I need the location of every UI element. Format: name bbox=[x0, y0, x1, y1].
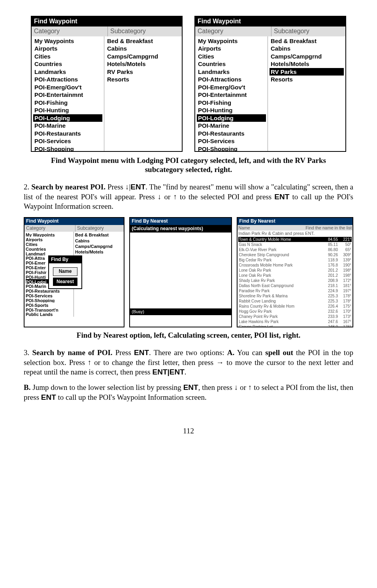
poi-distance: 233.9 bbox=[324, 314, 338, 319]
list-item[interactable]: RV Parks bbox=[270, 68, 344, 76]
result-row[interactable]: Dallas North East Campground218.1181° bbox=[238, 283, 352, 288]
list-item[interactable]: Countries bbox=[197, 60, 266, 68]
list-item[interactable]: POI-Fishing bbox=[33, 99, 102, 107]
list-item[interactable]: Hotels/Motels bbox=[75, 249, 123, 255]
result-row[interactable]: Shady Lake Rv Park208.9172° bbox=[238, 278, 352, 283]
list-item[interactable]: POI-Marine bbox=[33, 122, 102, 130]
list-item[interactable]: POI-Lodging bbox=[33, 114, 102, 122]
list-item[interactable]: POI-Transport'n bbox=[26, 307, 72, 312]
result-row[interactable]: Lone Oak Rv Park201.2198° bbox=[238, 268, 352, 273]
list-item[interactable]: POI-Sports bbox=[26, 303, 72, 307]
list-item[interactable]: POI-Fishing bbox=[197, 99, 266, 107]
result-row[interactable]: Cherokee Strip Campground90.26309° bbox=[238, 252, 352, 257]
poi-bearing: 176° bbox=[339, 324, 351, 327]
list-item[interactable]: POI-Shopping bbox=[26, 298, 72, 303]
list-item[interactable]: POI-Shopping bbox=[33, 145, 102, 151]
result-row[interactable]: Groves Parking Lot248.0176° bbox=[238, 324, 352, 327]
result-row[interactable]: Rains County Rv & Mobile Hom226.4175° bbox=[238, 304, 352, 309]
list-item[interactable]: POI-Entertainmnt bbox=[33, 91, 102, 99]
list-item[interactable]: Hotels/Motels bbox=[270, 60, 344, 68]
list-item[interactable]: Cities bbox=[33, 53, 102, 61]
subcategory-list[interactable]: Bed & BreakfastCabinsCamps/CampgrndHotel… bbox=[104, 36, 182, 151]
step-title: Search by nearest POI. bbox=[31, 183, 106, 191]
result-row[interactable]: Chaney Point Rv Park233.9173° bbox=[238, 314, 352, 319]
list-item[interactable]: Cabins bbox=[75, 238, 123, 244]
result-row[interactable]: Big Cedar Rv Park118.9139° bbox=[238, 257, 352, 263]
list-item[interactable]: POI-Shopping bbox=[197, 145, 266, 151]
list-item[interactable]: Bed & Breakfast bbox=[270, 37, 344, 45]
list-item[interactable]: Camps/Campgrnd bbox=[75, 244, 123, 249]
list-item[interactable]: POI-Services bbox=[197, 137, 266, 145]
list-item[interactable]: Bed & Breakfast bbox=[75, 232, 123, 238]
list-item[interactable]: Resorts bbox=[106, 76, 180, 83]
category-list[interactable]: My WaypointsAirportsCitiesCountriesLandm… bbox=[195, 36, 268, 151]
name-button[interactable]: Name bbox=[53, 267, 77, 276]
result-row[interactable]: Lone Oak Rv Park201.2198° bbox=[238, 273, 352, 278]
result-row[interactable]: Gas N Snack85.1150° bbox=[238, 242, 352, 247]
result-row[interactable]: Crossroads Mobile Home Park176.8190° bbox=[238, 263, 352, 268]
result-row[interactable]: Paradise Rv Park224.9197° bbox=[238, 288, 352, 293]
list-item[interactable]: POI-Hunting bbox=[33, 106, 102, 114]
list-item[interactable]: RV Parks bbox=[106, 68, 180, 76]
list-item[interactable]: POI-Lodging bbox=[197, 114, 266, 122]
category-list[interactable]: My WaypointsAirportsCitiesCountriesLandm… bbox=[32, 36, 104, 151]
result-row[interactable]: Town & Country Mobile Home84.55221° bbox=[238, 237, 352, 242]
list-item[interactable]: POI-Hunting bbox=[197, 106, 266, 114]
list-item[interactable]: Hotels/Motels bbox=[106, 60, 180, 68]
list-item[interactable]: My Waypoints bbox=[26, 232, 72, 237]
list-item[interactable]: Cabins bbox=[106, 45, 180, 53]
list-item[interactable]: POI-Attractions bbox=[33, 76, 102, 83]
list-item[interactable]: Camps/Campgrnd bbox=[270, 53, 344, 61]
option-b-text: B. Jump down to the lower selection list… bbox=[24, 383, 353, 402]
list-item[interactable]: POI-Attractions bbox=[197, 76, 266, 83]
result-row[interactable]: Elk-O-Vue River Park86.8065° bbox=[238, 247, 352, 252]
poi-bearing: 139° bbox=[339, 257, 351, 263]
result-row[interactable]: Hogg Gov Rv Park232.6170° bbox=[238, 309, 352, 314]
list-item[interactable]: Bed & Breakfast bbox=[106, 37, 180, 45]
list-item[interactable]: Cabins bbox=[270, 45, 344, 53]
list-item[interactable]: POI-Services bbox=[26, 293, 72, 298]
list-item[interactable]: Camps/Campgrnd bbox=[106, 53, 180, 61]
list-item[interactable]: POI-Restaurants bbox=[197, 130, 266, 138]
poi-name: Gas N Snack bbox=[239, 242, 322, 247]
list-item[interactable]: Airports bbox=[33, 45, 102, 53]
poi-bearing: 65° bbox=[339, 247, 351, 252]
subcategory-list[interactable]: Bed & BreakfastCabinsCamps/CampgrndHotel… bbox=[268, 36, 345, 151]
result-row[interactable]: Rabbit Cove Landing225.3178° bbox=[238, 299, 352, 304]
list-item[interactable]: POI-Emerg/Gov't bbox=[197, 83, 266, 91]
nearest-button[interactable]: Nearest bbox=[53, 278, 77, 286]
list-item[interactable]: Airports bbox=[197, 45, 266, 53]
poi-distance: 232.6 bbox=[324, 309, 338, 314]
poi-distance: 247.6 bbox=[324, 319, 338, 324]
poi-name: Lone Oak Rv Park bbox=[239, 268, 322, 273]
list-item[interactable]: Cities bbox=[26, 242, 72, 246]
list-item[interactable]: POI-Emerg/Gov't bbox=[33, 83, 102, 91]
list-item[interactable]: Public Lands bbox=[26, 312, 72, 316]
list-item[interactable]: My Waypoints bbox=[33, 37, 102, 45]
poi-name: Rabbit Cove Landing bbox=[239, 299, 322, 304]
result-row[interactable]: Shoreline Rv Park & Marina225.3178° bbox=[238, 293, 352, 299]
list-item[interactable]: POI-Restaurants bbox=[33, 130, 102, 138]
panel-title: Find By Nearest bbox=[238, 218, 352, 225]
results-header: Name Find the name in the list bbox=[238, 225, 352, 231]
list-item[interactable]: Landmarl bbox=[26, 251, 72, 256]
poi-distance: 85.11 bbox=[324, 242, 338, 247]
column-headers: Category Subcategory bbox=[25, 225, 124, 232]
figure2: Find Waypoint Category Subcategory My Wa… bbox=[24, 217, 353, 327]
result-row[interactable]: Lake Hawkins Rv Park247.6167° bbox=[238, 319, 352, 324]
list-item[interactable]: Airports bbox=[26, 237, 72, 242]
poi-distance: 176.8 bbox=[324, 263, 338, 268]
list-item[interactable]: Resorts bbox=[270, 76, 344, 83]
list-item[interactable]: My Waypoints bbox=[197, 37, 266, 45]
list-item[interactable]: POI-Entertainmnt bbox=[197, 91, 266, 99]
calc-blank bbox=[130, 233, 231, 308]
list-item[interactable]: POI-Marine bbox=[197, 122, 266, 130]
list-item[interactable]: Landmarks bbox=[197, 68, 266, 76]
results-list[interactable]: Town & Country Mobile Home84.55221°Gas N… bbox=[238, 236, 352, 327]
list-item[interactable]: Countries bbox=[33, 60, 102, 68]
list-item[interactable]: Landmarks bbox=[33, 68, 102, 76]
header-category: Category bbox=[25, 225, 75, 232]
list-item[interactable]: POI-Services bbox=[33, 137, 102, 145]
list-item[interactable]: Countries bbox=[26, 246, 72, 251]
list-item[interactable]: Cities bbox=[197, 53, 266, 61]
